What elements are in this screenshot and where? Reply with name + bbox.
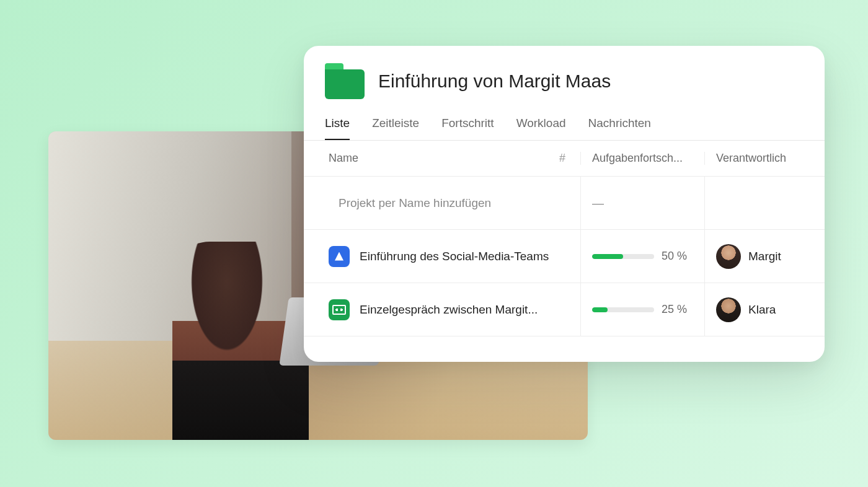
project-icon <box>329 299 350 320</box>
project-name: Einführung des Social-Media-Teams <box>360 250 549 263</box>
add-project-row[interactable]: Projekt per Name hinzufügen — <box>304 177 825 230</box>
owner-name: Klara <box>748 303 776 317</box>
progress-label: 25 % <box>662 303 687 316</box>
table-row[interactable]: Einführung des Social-Media-Teams 50 % M… <box>304 230 825 283</box>
tab-fortschritt[interactable]: Fortschritt <box>441 116 494 140</box>
progress-empty: — <box>592 196 604 210</box>
table-row[interactable]: Einzelgespräch zwischen Margit... 25 % K… <box>304 283 825 336</box>
tabs: Liste Zeitleiste Fortschritt Workload Na… <box>304 105 825 141</box>
col-name-label: Name <box>329 152 358 165</box>
avatar <box>716 297 741 322</box>
progress-bar <box>592 307 654 312</box>
project-panel: Einführung von Margit Maas Liste Zeitlei… <box>304 46 825 362</box>
tab-zeitleiste[interactable]: Zeitleiste <box>372 116 419 140</box>
project-name: Einzelgespräch zwischen Margit... <box>360 303 538 317</box>
add-project-placeholder: Projekt per Name hinzufügen <box>339 196 491 210</box>
tab-nachrichten[interactable]: Nachrichten <box>588 116 651 140</box>
project-table: Name # Aufgabenfortsch... Verantwortlich… <box>304 141 825 336</box>
folder-icon <box>325 63 365 99</box>
table-header: Name # Aufgabenfortsch... Verantwortlich <box>304 141 825 177</box>
col-owner-label: Verantwortlich <box>704 152 812 165</box>
progress-bar <box>592 254 654 259</box>
project-icon <box>329 246 350 267</box>
owner-name: Margit <box>748 250 781 263</box>
progress-label: 50 % <box>662 250 687 263</box>
page-title: Einführung von Margit Maas <box>378 71 611 92</box>
tab-workload[interactable]: Workload <box>516 116 566 140</box>
col-progress-label: Aufgabenfortsch... <box>580 152 704 165</box>
hash-icon: # <box>559 152 565 165</box>
tab-liste[interactable]: Liste <box>325 116 350 140</box>
avatar <box>716 244 741 269</box>
panel-header: Einführung von Margit Maas <box>304 46 825 105</box>
